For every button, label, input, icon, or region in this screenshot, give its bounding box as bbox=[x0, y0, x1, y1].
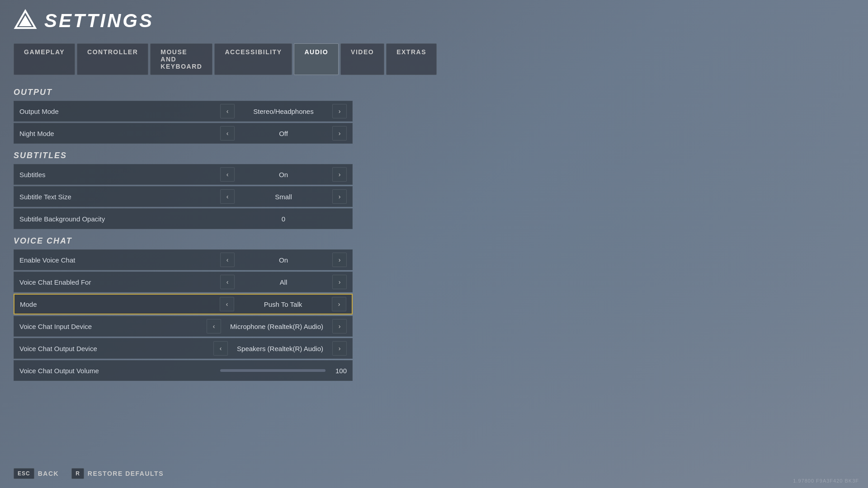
section-subtitles-header: SUBTITLES bbox=[14, 151, 353, 160]
subtitles-prev[interactable]: ‹ bbox=[220, 167, 235, 182]
enable-voice-chat-row: Enable Voice Chat ‹ On › bbox=[14, 249, 353, 270]
tab-accessibility[interactable]: ACCESSIBILITY bbox=[214, 43, 292, 75]
voice-chat-input-device-label: Voice Chat Input Device bbox=[19, 323, 207, 330]
tab-gameplay[interactable]: GAMEPLAY bbox=[14, 43, 75, 75]
night-mode-label: Night Mode bbox=[19, 130, 220, 137]
enable-voice-chat-prev[interactable]: ‹ bbox=[220, 253, 235, 267]
section-output-header: OUTPUT bbox=[14, 88, 353, 97]
voice-chat-input-device-next[interactable]: › bbox=[332, 319, 347, 333]
restore-key-badge: R bbox=[71, 468, 84, 479]
voice-chat-output-device-next[interactable]: › bbox=[332, 341, 347, 356]
subtitle-text-size-row: Subtitle Text Size ‹ Small › bbox=[14, 186, 353, 207]
section-voicechat-header: VOICE CHAT bbox=[14, 236, 353, 246]
mode-control: ‹ Push To Talk › bbox=[220, 297, 346, 311]
restore-defaults-button[interactable]: R RESTORE DEFAULTS bbox=[71, 468, 164, 479]
subtitles-control: ‹ On › bbox=[220, 167, 347, 182]
voice-chat-output-volume-slider-container[interactable]: 100 bbox=[220, 367, 347, 375]
tab-controller[interactable]: CONTROLLER bbox=[77, 43, 148, 75]
output-mode-row: Output Mode ‹ Stereo/Headphones › bbox=[14, 101, 353, 122]
voice-chat-output-device-row: Voice Chat Output Device ‹ Speakers (Rea… bbox=[14, 338, 353, 359]
voice-chat-output-volume-track[interactable] bbox=[220, 369, 326, 372]
tab-video[interactable]: VIDEO bbox=[340, 43, 384, 75]
output-mode-control: ‹ Stereo/Headphones › bbox=[220, 104, 347, 118]
subtitle-text-size-prev[interactable]: ‹ bbox=[220, 189, 235, 204]
subtitle-bg-opacity-label: Subtitle Background Opacity bbox=[19, 215, 220, 223]
output-mode-next[interactable]: › bbox=[332, 104, 347, 118]
subtitles-next[interactable]: › bbox=[332, 167, 347, 182]
voice-chat-enabled-for-label: Voice Chat Enabled For bbox=[19, 278, 220, 286]
subtitle-text-size-control: ‹ Small › bbox=[220, 189, 347, 204]
voice-chat-enabled-for-control: ‹ All › bbox=[220, 275, 347, 289]
voice-chat-output-volume-value: 100 bbox=[331, 367, 347, 375]
subtitle-bg-opacity-row: Subtitle Background Opacity 0 bbox=[14, 208, 353, 229]
voice-chat-input-device-prev[interactable]: ‹ bbox=[207, 319, 221, 333]
voice-chat-enabled-for-next[interactable]: › bbox=[332, 275, 347, 289]
subtitle-text-size-next[interactable]: › bbox=[332, 189, 347, 204]
tab-mouse-keyboard[interactable]: MOUSE AND KEYBOARD bbox=[150, 43, 212, 75]
voice-chat-output-device-control: ‹ Speakers (Realtek(R) Audio) › bbox=[213, 341, 347, 356]
voice-chat-output-volume-row: Voice Chat Output Volume 100 bbox=[14, 360, 353, 381]
mode-prev[interactable]: ‹ bbox=[220, 297, 234, 311]
version-text: 1.97800 F9A3F420 BK3F bbox=[793, 478, 859, 483]
enable-voice-chat-control: ‹ On › bbox=[220, 253, 347, 267]
voice-chat-output-device-label: Voice Chat Output Device bbox=[19, 345, 213, 352]
mode-value: Push To Talk bbox=[234, 300, 332, 308]
voice-chat-output-device-value: Speakers (Realtek(R) Audio) bbox=[228, 345, 332, 352]
voice-chat-enabled-for-row: Voice Chat Enabled For ‹ All › bbox=[14, 272, 353, 292]
voice-chat-output-volume-label: Voice Chat Output Volume bbox=[19, 367, 220, 375]
apex-logo-icon bbox=[14, 9, 37, 33]
subtitle-bg-opacity-value: 0 bbox=[220, 215, 347, 223]
tabs-container: GAMEPLAY CONTROLLER MOUSE AND KEYBOARD A… bbox=[14, 43, 339, 75]
output-mode-value: Stereo/Headphones bbox=[235, 108, 332, 115]
subtitle-text-size-value: Small bbox=[235, 193, 332, 201]
enable-voice-chat-value: On bbox=[235, 256, 332, 264]
night-mode-next[interactable]: › bbox=[332, 126, 347, 141]
output-mode-prev[interactable]: ‹ bbox=[220, 104, 235, 118]
output-mode-label: Output Mode bbox=[19, 108, 220, 115]
mode-row: Mode ‹ Push To Talk › bbox=[14, 294, 353, 314]
voice-chat-enabled-for-value: All bbox=[235, 278, 332, 286]
night-mode-row: Night Mode ‹ Off › bbox=[14, 123, 353, 144]
voice-chat-input-device-value: Microphone (Realtek(R) Audio) bbox=[221, 323, 332, 330]
voice-chat-enabled-for-prev[interactable]: ‹ bbox=[220, 275, 235, 289]
restore-label: RESTORE DEFAULTS bbox=[88, 470, 164, 477]
voice-chat-output-volume-fill bbox=[220, 369, 326, 372]
voice-chat-input-device-row: Voice Chat Input Device ‹ Microphone (Re… bbox=[14, 316, 353, 337]
header: SETTINGS bbox=[14, 9, 339, 33]
night-mode-control: ‹ Off › bbox=[220, 126, 347, 141]
tab-audio[interactable]: AUDIO bbox=[294, 43, 339, 75]
settings-content: OUTPUT Output Mode ‹ Stereo/Headphones ›… bbox=[14, 88, 353, 381]
tab-extras[interactable]: EXTRAS bbox=[386, 43, 437, 75]
back-key-badge: ESC bbox=[14, 468, 34, 479]
night-mode-prev[interactable]: ‹ bbox=[220, 126, 235, 141]
voice-chat-input-device-control: ‹ Microphone (Realtek(R) Audio) › bbox=[207, 319, 347, 333]
mode-label: Mode bbox=[20, 300, 220, 308]
subtitles-value: On bbox=[235, 171, 332, 178]
night-mode-value: Off bbox=[235, 130, 332, 137]
enable-voice-chat-label: Enable Voice Chat bbox=[19, 256, 220, 264]
page-title: SETTINGS bbox=[44, 10, 154, 32]
voice-chat-output-device-prev[interactable]: ‹ bbox=[213, 341, 228, 356]
back-button[interactable]: ESC BACK bbox=[14, 468, 59, 479]
subtitle-text-size-label: Subtitle Text Size bbox=[19, 193, 220, 201]
mode-next[interactable]: › bbox=[332, 297, 346, 311]
enable-voice-chat-next[interactable]: › bbox=[332, 253, 347, 267]
back-label: BACK bbox=[38, 470, 59, 477]
subtitles-row: Subtitles ‹ On › bbox=[14, 164, 353, 185]
subtitles-label: Subtitles bbox=[19, 171, 220, 178]
bottom-bar: ESC BACK R RESTORE DEFAULTS bbox=[14, 468, 164, 479]
